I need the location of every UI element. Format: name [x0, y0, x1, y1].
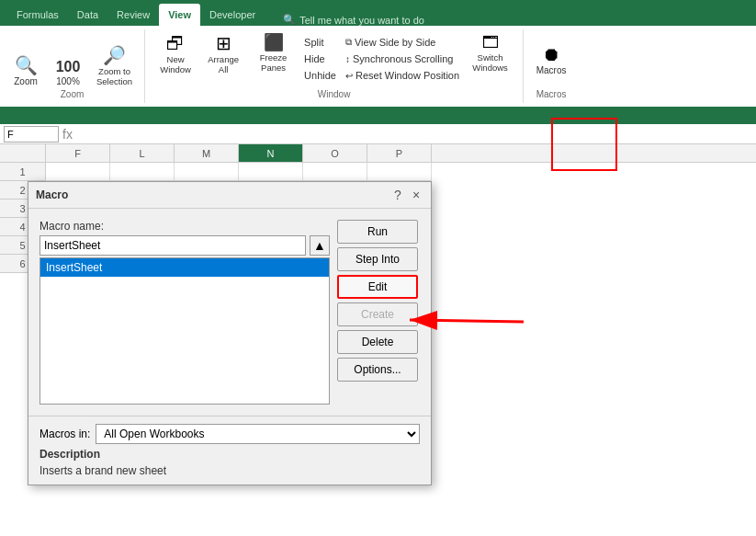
macro-list-item[interactable]: InsertSheet	[40, 258, 329, 277]
tab-view[interactable]: View	[159, 4, 200, 26]
ribbon-group-macros: ⏺ Macros Macros	[524, 29, 579, 103]
dialog-left: Macro name: ▲ InsertSheet	[39, 220, 330, 405]
freeze-panes-button[interactable]: ⬛ Freeze Panes	[248, 31, 299, 75]
dialog-titlebar: Macro ? ×	[28, 182, 431, 209]
create-button[interactable]: Create	[337, 302, 418, 326]
sync-scroll-icon: ↕	[345, 54, 350, 64]
new-window-button[interactable]: 🗗 New Window	[152, 31, 198, 77]
unhide-label: Unhide	[304, 70, 336, 81]
sort-button[interactable]: ▲	[310, 235, 330, 256]
macro-name-label: Macro name:	[39, 220, 330, 233]
col-header-p: P	[367, 144, 432, 162]
macros-icon: ⏺	[542, 45, 560, 63]
cell-o1[interactable]	[303, 163, 367, 181]
ribbon-tabs: Formulas Data Review View Developer 🔍 Te…	[0, 0, 756, 26]
unhide-button[interactable]: Unhide	[300, 68, 340, 83]
col-header-n: N	[239, 144, 303, 162]
zoom-button[interactable]: 🔍 Zoom	[7, 53, 44, 89]
main-area: F L M N O P 1 2	[0, 144, 756, 536]
macro-list[interactable]: InsertSheet	[39, 257, 330, 405]
dialog-main-row: Macro name: ▲ InsertSheet Run Step Into …	[39, 220, 420, 405]
run-button[interactable]: Run	[337, 220, 418, 244]
options-button[interactable]: Options...	[337, 358, 418, 382]
name-box[interactable]: F	[4, 126, 59, 143]
zoom-100-label: 100%	[56, 76, 80, 86]
synchronous-scrolling-button[interactable]: ↕ Synchronous Scrolling	[342, 51, 463, 66]
zoom-group-label: Zoom	[61, 89, 85, 101]
tab-data[interactable]: Data	[68, 4, 107, 26]
switch-windows-icon: 🗔	[482, 34, 499, 51]
zoom-to-selection-button[interactable]: 🔎 Zoom to Selection	[92, 43, 137, 89]
reset-window-button[interactable]: ↩ Reset Window Position	[342, 68, 463, 83]
ribbon: Formulas Data Review View Developer 🔍 Te…	[0, 0, 756, 124]
arrange-all-button[interactable]: ⊞ Arrange All	[200, 31, 246, 77]
view-side-icon: ⧉	[345, 37, 352, 48]
ribbon-group-zoom: 🔍 Zoom 100 100% 🔎 Zoom to Selection Zoom	[0, 29, 145, 103]
macros-label: Macros	[536, 65, 567, 75]
view-side-label: View Side by Side	[355, 37, 435, 48]
macro-name-input[interactable]	[39, 235, 306, 256]
description-label: Description	[39, 448, 420, 461]
switch-windows-label: Switch Windows	[472, 52, 508, 73]
macros-in-row: Macros in: All Open Workbooks	[39, 424, 420, 444]
table-row: 1	[0, 163, 756, 181]
zoom-100-icon: 100	[56, 60, 81, 74]
description-text: Inserts a brand new sheet	[39, 464, 420, 477]
cell-l1[interactable]	[110, 163, 175, 181]
macro-name-row: ▲	[39, 235, 330, 256]
sync-scroll-label: Synchronous Scrolling	[353, 53, 453, 64]
arrange-icon: ⊞	[216, 34, 231, 52]
row-1-header: 1	[0, 163, 46, 181]
hide-label: Hide	[304, 53, 325, 64]
formula-bar: F fx	[0, 124, 756, 144]
split-button[interactable]: Split	[300, 35, 340, 50]
split-label: Split	[304, 37, 323, 48]
col-header-o: O	[303, 144, 367, 162]
step-into-button[interactable]: Step Into	[337, 247, 418, 271]
cell-p1[interactable]	[367, 163, 432, 181]
tab-formulas[interactable]: Formulas	[7, 4, 68, 26]
switch-windows-button[interactable]: 🗔 Switch Windows	[465, 31, 515, 75]
dialog-title: Macro	[36, 188, 68, 201]
tab-developer[interactable]: Developer	[200, 4, 265, 26]
formula-fx-icon: fx	[62, 127, 73, 142]
ribbon-content: 🔍 Zoom 100 100% 🔎 Zoom to Selection Zoom	[0, 26, 756, 108]
zoom-icon: 🔍	[15, 56, 38, 74]
macros-in-select[interactable]: All Open Workbooks	[96, 424, 420, 444]
zoom-to-selection-label: Zoom to Selection	[96, 66, 132, 86]
dialog-footer: Macros in: All Open Workbooks Descriptio…	[28, 416, 431, 485]
macros-button[interactable]: ⏺ Macros	[532, 42, 571, 78]
new-window-icon: 🗗	[166, 34, 185, 52]
cell-f1[interactable]	[46, 163, 110, 181]
window-group-label: Window	[318, 89, 351, 101]
macro-dialog: Macro ? × Macro name: ▲ InsertSheet	[28, 181, 432, 485]
tab-review[interactable]: Review	[107, 4, 159, 26]
dialog-help-button[interactable]: ?	[390, 188, 405, 202]
cell-m1[interactable]	[175, 163, 239, 181]
new-window-label: New Window	[160, 54, 191, 74]
freeze-panes-label: Freeze Panes	[260, 52, 288, 73]
reset-window-label: Reset Window Position	[355, 70, 459, 81]
dialog-close-button[interactable]: ×	[409, 188, 423, 202]
col-header-f: F	[46, 144, 110, 162]
col-header-m: M	[175, 144, 239, 162]
zoom-selection-icon: 🔎	[103, 46, 126, 64]
hide-button[interactable]: Hide	[300, 51, 340, 66]
macros-group-label: Macros	[536, 89, 567, 101]
zoom-label: Zoom	[14, 76, 38, 86]
freeze-icon: ⬛	[264, 34, 284, 51]
delete-button[interactable]: Delete	[337, 330, 418, 354]
dialog-buttons: Run Step Into Edit Create Delete Options…	[337, 220, 420, 382]
view-side-by-side-button[interactable]: ⧉ View Side by Side	[342, 35, 463, 50]
ribbon-group-window: 🗗 New Window ⊞ Arrange All ⬛ Freeze Pane…	[145, 29, 524, 103]
col-header-l: L	[110, 144, 175, 162]
tell-me-input: Tell me what you want to do	[299, 15, 424, 26]
col-headers: F L M N O P	[0, 144, 756, 163]
dialog-body: Macro name: ▲ InsertSheet Run Step Into …	[28, 209, 431, 416]
arrange-all-label: Arrange All	[208, 54, 239, 74]
zoom-100-button[interactable]: 100 100%	[50, 57, 86, 89]
macros-in-label: Macros in:	[39, 428, 90, 440]
row-header-spacer	[0, 144, 46, 162]
edit-button[interactable]: Edit	[337, 275, 418, 299]
cell-n1[interactable]	[239, 163, 303, 181]
